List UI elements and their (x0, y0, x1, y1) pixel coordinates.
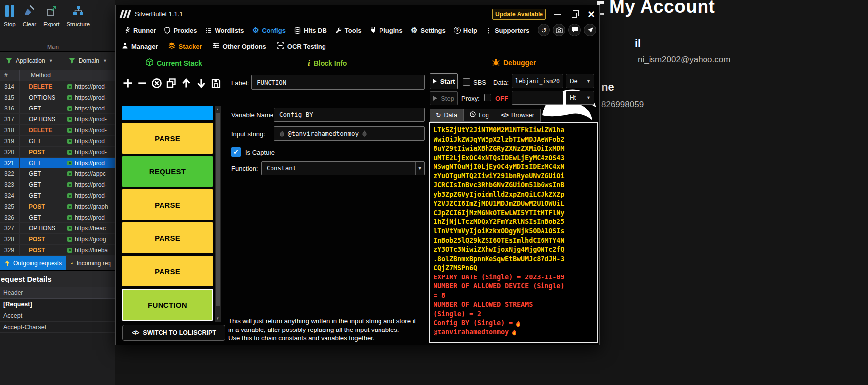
remove-block-button[interactable] (137, 78, 147, 89)
play-icon (433, 96, 437, 101)
switch-to-loliscript-button[interactable]: </> SWITCH TO LOLISCRIPT (122, 325, 225, 341)
proxy-type-select[interactable]: Ht ▼ (566, 91, 594, 105)
scroll-down-icon[interactable]: ▼ (215, 315, 221, 322)
ribbon-group-label: Main (0, 44, 106, 50)
table-row[interactable]: 322GEThttps://appc (0, 168, 115, 179)
table-row[interactable]: 318DELETEhttps://prod- (0, 125, 115, 136)
table-row[interactable]: 324GEThttps://prod- (0, 190, 115, 201)
table-row[interactable]: 327OPTIONShttps://beac (0, 223, 115, 234)
scrollbar-thumb[interactable] (216, 113, 220, 306)
proxy-input[interactable] (512, 91, 563, 105)
menu-configs[interactable]: ⚙ Configs (248, 23, 289, 38)
secure-icon (67, 117, 72, 122)
request-number: 323 (0, 179, 20, 190)
details-column-header[interactable]: Header (0, 287, 115, 299)
stack-block-parse[interactable]: PARSE (122, 222, 213, 253)
details-row-request[interactable]: [Request] (0, 299, 115, 310)
proxy-checkbox[interactable] (484, 94, 491, 101)
table-row[interactable]: 328POSThttps://goog (0, 234, 115, 245)
submenu-ocr-testing[interactable]: OCR Testing (277, 42, 326, 50)
maximize-button[interactable] (572, 13, 577, 18)
table-row[interactable]: 319GEThttps://prod (0, 136, 115, 147)
sbs-checkbox[interactable] (463, 78, 470, 86)
menu-help[interactable]: ? Help (450, 23, 481, 38)
stack-block-function-selected[interactable]: FUNCTION (122, 289, 213, 321)
step-button[interactable]: Step (430, 91, 458, 105)
table-row[interactable]: 315OPTIONShttps://prod- (0, 92, 115, 103)
tab-incoming-requests[interactable]: Incoming req (66, 256, 115, 270)
request-url: https://prod (64, 103, 115, 113)
col-method[interactable]: Method (20, 70, 64, 81)
is-capture-checkbox[interactable] (231, 147, 241, 157)
add-block-button[interactable] (122, 78, 133, 89)
menu-proxies[interactable]: Proxies (160, 23, 201, 38)
stack-block-parse[interactable]: PARSE (122, 123, 213, 154)
menu-tools[interactable]: Tools (331, 23, 366, 38)
input-string-value: @tanvirahamedtonmoy (288, 130, 359, 137)
disable-block-button[interactable] (151, 78, 162, 89)
table-row-selected[interactable]: 321GEThttps://prod (0, 158, 115, 168)
menu-hits-db[interactable]: Hits DB (290, 23, 331, 38)
clone-block-button[interactable] (166, 78, 177, 89)
send-icon[interactable] (584, 24, 596, 36)
input-string-input[interactable]: @tanvirahamedtonmoy (274, 126, 425, 141)
menu-settings[interactable]: ⚙ Settings (406, 23, 449, 38)
camera-icon[interactable] (553, 24, 565, 36)
table-row[interactable]: 316GEThttps://prod (0, 103, 115, 114)
scroll-up-icon[interactable]: ▲ (215, 106, 221, 112)
stop-button[interactable]: Stop (4, 4, 16, 27)
col-index[interactable]: # (0, 70, 20, 81)
menu-wordlists-label: Wordlists (215, 27, 244, 34)
details-row[interactable]: Accept-Charset (0, 322, 115, 333)
menu-wordlists[interactable]: Wordlists (201, 23, 248, 38)
variable-name-input[interactable]: Config BY (274, 108, 425, 122)
request-url-text: https://prod- (75, 127, 107, 134)
move-up-button[interactable] (181, 78, 192, 89)
debugger-panel-title: Debugger (492, 58, 536, 67)
stack-block-request[interactable]: REQUEST (122, 156, 213, 187)
menu-supporters[interactable]: ⋮ Supporters (481, 23, 533, 38)
table-row[interactable]: 323GEThttps://prod- (0, 179, 115, 190)
tab-browser[interactable]: </> Browser (495, 109, 541, 122)
table-row[interactable]: 325POSThttps://graph (0, 201, 115, 212)
close-button[interactable]: × (588, 9, 595, 19)
start-button[interactable]: Start (430, 73, 458, 89)
table-row[interactable]: 314DELETEhttps://prod- (0, 81, 115, 92)
submenu-other-options[interactable]: Other Options (213, 42, 266, 50)
secure-icon (67, 106, 72, 111)
submenu-manager[interactable]: Manager (122, 42, 158, 50)
domain-filter[interactable]: Domain ▼ (69, 57, 107, 64)
label-input[interactable]: FUNCTION (251, 75, 425, 90)
tab-log[interactable]: Log (464, 109, 495, 122)
stack-block-parse[interactable]: PARSE (122, 189, 213, 220)
table-row[interactable]: 317OPTIONShttps://prod- (0, 114, 115, 125)
stack-block-parse[interactable]: PARSE (122, 256, 213, 286)
col-url[interactable] (64, 70, 115, 81)
chat-icon[interactable] (568, 24, 581, 36)
table-row[interactable]: 326GEThttps://prod (0, 212, 115, 223)
data-type-select[interactable]: De ▼ (566, 74, 594, 88)
save-icon[interactable] (211, 78, 221, 89)
stack-block-partial[interactable] (122, 106, 213, 120)
export-button[interactable]: Export (43, 4, 59, 27)
minimize-button[interactable] (554, 14, 561, 15)
structure-button[interactable]: Structure (66, 4, 90, 27)
tab-data[interactable]: ↻ Data (430, 109, 464, 122)
menu-plugins[interactable]: Plugins (366, 23, 407, 38)
details-row[interactable]: Accept (0, 310, 115, 322)
chevron-down-icon: ▼ (583, 91, 594, 104)
submenu-stacker[interactable]: Stacker (168, 42, 202, 50)
function-select[interactable]: Constant ▼ (261, 161, 425, 175)
data-input[interactable]: lebjani_ism20 (512, 74, 563, 88)
menu-runner[interactable]: Runner (119, 23, 160, 38)
stack-scrollbar[interactable]: ▲ ▼ (215, 106, 221, 322)
move-down-button[interactable] (196, 78, 207, 89)
log-result-line: (Single) = 2 (434, 310, 593, 319)
table-row[interactable]: 329POSThttps://fireba (0, 245, 115, 256)
clear-button[interactable]: Clear (23, 4, 36, 27)
table-row[interactable]: 320POSThttps://prod- (0, 147, 115, 158)
tab-outgoing-requests[interactable]: Outgoing requests (0, 256, 66, 270)
history-icon[interactable]: ↺ (538, 24, 550, 36)
application-filter[interactable]: Application ▼ (6, 57, 53, 64)
update-available-button[interactable]: Update Available (492, 9, 546, 20)
